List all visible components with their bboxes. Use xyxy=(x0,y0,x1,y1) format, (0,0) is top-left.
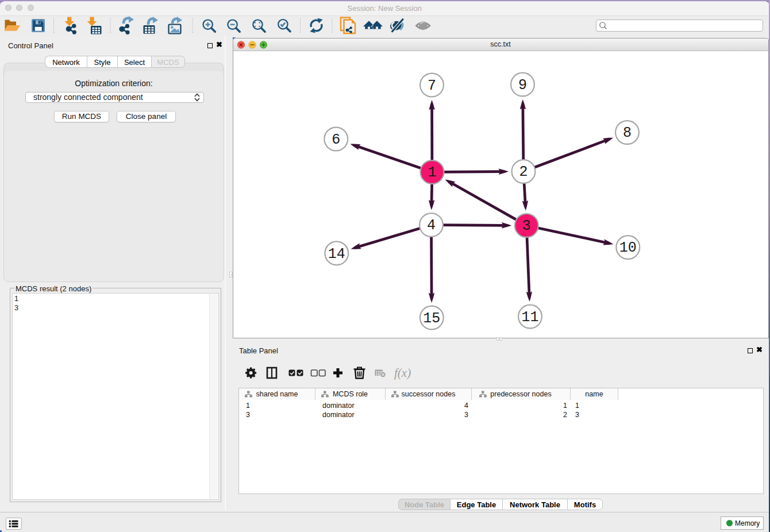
svg-text:9: 9 xyxy=(518,77,526,94)
svg-text:15: 15 xyxy=(423,310,440,327)
svg-text:10: 10 xyxy=(619,240,636,256)
svg-text:14: 14 xyxy=(328,246,345,263)
svg-text:7: 7 xyxy=(427,78,436,94)
svg-text:3: 3 xyxy=(522,218,530,234)
svg-text:11: 11 xyxy=(521,309,538,326)
svg-text:8: 8 xyxy=(622,125,631,141)
svg-text:f(x): f(x) xyxy=(394,366,411,380)
svg-text:4: 4 xyxy=(426,217,435,234)
svg-text:2: 2 xyxy=(519,164,528,180)
svg-text:1: 1 xyxy=(428,164,436,181)
svg-text:6: 6 xyxy=(332,132,340,148)
